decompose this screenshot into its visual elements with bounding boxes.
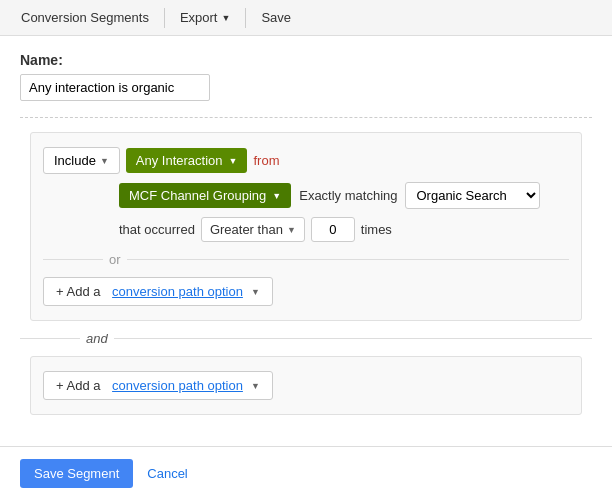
add-conversion-arrow-icon-1: ▼ bbox=[251, 287, 260, 297]
row-include-interaction: Include Any Interaction ▼ from bbox=[43, 147, 569, 174]
add-conversion-path-button-2[interactable]: + Add a conversion path option ▼ bbox=[43, 371, 273, 400]
or-right-line bbox=[127, 259, 569, 260]
mcf-label: MCF Channel Grouping bbox=[129, 188, 266, 203]
segment-box-2: + Add a conversion path option ▼ bbox=[30, 356, 582, 415]
cancel-button[interactable]: Cancel bbox=[143, 459, 191, 488]
add-conversion-link-1: conversion path option bbox=[112, 284, 243, 299]
greater-than-label: Greater than bbox=[210, 222, 283, 237]
from-label: from bbox=[253, 153, 279, 168]
and-label: and bbox=[86, 331, 108, 346]
any-interaction-dropdown[interactable]: Any Interaction ▼ bbox=[126, 148, 248, 173]
greater-than-dropdown[interactable]: Greater than bbox=[201, 217, 305, 242]
add-conversion-arrow-icon-2: ▼ bbox=[251, 381, 260, 391]
name-label: Name: bbox=[20, 52, 592, 68]
and-row: and bbox=[20, 331, 592, 346]
any-interaction-arrow-icon: ▼ bbox=[229, 156, 238, 166]
add-conversion-link-2: conversion path option bbox=[112, 378, 243, 393]
or-label: or bbox=[109, 252, 121, 267]
mcf-arrow-icon: ▼ bbox=[272, 191, 281, 201]
or-left-line bbox=[43, 259, 103, 260]
name-input[interactable] bbox=[20, 74, 210, 101]
top-nav: Conversion Segments Export Save bbox=[0, 0, 612, 36]
exactly-matching-label: Exactly matching bbox=[299, 188, 397, 203]
row-that-occurred: that occurred Greater than times bbox=[43, 217, 569, 242]
any-interaction-label: Any Interaction bbox=[136, 153, 223, 168]
add-conversion-plus-1: + Add a bbox=[56, 284, 100, 299]
add-conversion-path-button-1[interactable]: + Add a conversion path option ▼ bbox=[43, 277, 273, 306]
and-right-line bbox=[114, 338, 592, 339]
bottom-bar: Save Segment Cancel bbox=[0, 446, 612, 500]
mcf-channel-grouping-dropdown[interactable]: MCF Channel Grouping ▼ bbox=[119, 183, 291, 208]
main-content: Name: Include Any Interaction ▼ from MCF… bbox=[0, 36, 612, 431]
name-section: Name: bbox=[20, 52, 592, 101]
organic-search-select[interactable]: Organic Search Direct Paid Search Email … bbox=[405, 182, 540, 209]
nav-export[interactable]: Export bbox=[169, 3, 242, 32]
section-separator bbox=[20, 117, 592, 118]
and-left-line bbox=[20, 338, 80, 339]
times-label: times bbox=[361, 222, 392, 237]
row-mcf-organic: MCF Channel Grouping ▼ Exactly matching … bbox=[43, 182, 569, 209]
nav-conversion-segments[interactable]: Conversion Segments bbox=[10, 3, 160, 32]
segment-box: Include Any Interaction ▼ from MCF Chann… bbox=[30, 132, 582, 321]
add-conversion-plus-2: + Add a bbox=[56, 378, 100, 393]
times-value-input[interactable] bbox=[311, 217, 355, 242]
that-occurred-label: that occurred bbox=[119, 222, 195, 237]
nav-sep-1 bbox=[164, 8, 165, 28]
include-button[interactable]: Include bbox=[43, 147, 120, 174]
or-row: or bbox=[43, 252, 569, 267]
nav-save[interactable]: Save bbox=[250, 3, 302, 32]
nav-sep-2 bbox=[245, 8, 246, 28]
save-segment-button[interactable]: Save Segment bbox=[20, 459, 133, 488]
